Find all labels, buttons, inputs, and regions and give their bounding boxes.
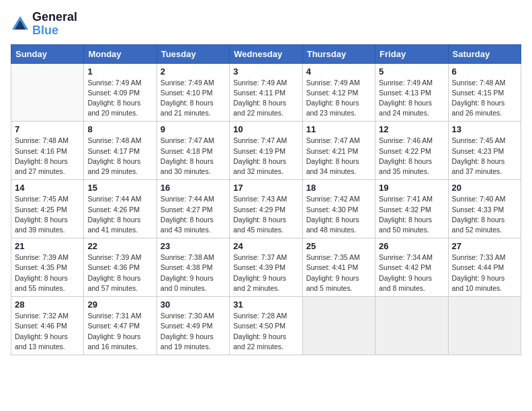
day-number: 6 — [452, 66, 517, 77]
weekday-header: Sunday — [11, 44, 84, 63]
day-info: Sunrise: 7:49 AM Sunset: 4:10 PM Dayligh… — [161, 78, 226, 119]
calendar-cell: 12Sunrise: 7:46 AM Sunset: 4:22 PM Dayli… — [375, 122, 448, 180]
weekday-header: Monday — [84, 44, 157, 63]
day-number: 21 — [15, 241, 80, 251]
calendar-cell: 23Sunrise: 7:38 AM Sunset: 4:38 PM Dayli… — [157, 238, 229, 297]
logo-text: General Blue — [32, 11, 77, 38]
calendar-cell: 19Sunrise: 7:41 AM Sunset: 4:32 PM Dayli… — [375, 180, 448, 238]
calendar-cell — [11, 63, 84, 122]
day-number: 18 — [306, 183, 371, 193]
day-number: 7 — [15, 124, 80, 134]
day-info: Sunrise: 7:44 AM Sunset: 4:26 PM Dayligh… — [87, 194, 152, 235]
day-info: Sunrise: 7:47 AM Sunset: 4:18 PM Dayligh… — [161, 136, 226, 177]
calendar-cell: 14Sunrise: 7:45 AM Sunset: 4:25 PM Dayli… — [11, 180, 84, 238]
calendar-cell: 26Sunrise: 7:34 AM Sunset: 4:42 PM Dayli… — [375, 238, 448, 297]
weekday-header: Tuesday — [157, 44, 229, 63]
calendar-table: SundayMondayTuesdayWednesdayThursdayFrid… — [11, 44, 521, 355]
day-info: Sunrise: 7:49 AM Sunset: 4:12 PM Dayligh… — [306, 78, 371, 119]
calendar-cell: 3Sunrise: 7:49 AM Sunset: 4:11 PM Daylig… — [230, 63, 302, 122]
day-number: 5 — [379, 66, 444, 77]
day-number: 14 — [15, 183, 80, 193]
day-number: 24 — [233, 241, 298, 251]
day-info: Sunrise: 7:28 AM Sunset: 4:50 PM Dayligh… — [233, 311, 298, 352]
logo-icon — [11, 15, 30, 34]
calendar-cell: 9Sunrise: 7:47 AM Sunset: 4:18 PM Daylig… — [157, 122, 229, 180]
calendar-cell: 8Sunrise: 7:48 AM Sunset: 4:17 PM Daylig… — [84, 122, 157, 180]
day-number: 25 — [306, 241, 371, 251]
day-number: 26 — [379, 241, 444, 251]
weekday-header: Saturday — [448, 44, 521, 63]
day-info: Sunrise: 7:37 AM Sunset: 4:39 PM Dayligh… — [233, 253, 298, 293]
calendar-cell: 27Sunrise: 7:33 AM Sunset: 4:44 PM Dayli… — [448, 238, 521, 297]
day-number: 27 — [452, 241, 517, 251]
calendar-cell: 30Sunrise: 7:30 AM Sunset: 4:49 PM Dayli… — [157, 297, 229, 355]
day-info: Sunrise: 7:32 AM Sunset: 4:46 PM Dayligh… — [15, 311, 80, 352]
calendar-header-row: SundayMondayTuesdayWednesdayThursdayFrid… — [11, 44, 521, 63]
day-number: 28 — [15, 300, 80, 310]
calendar-cell — [375, 297, 448, 355]
day-info: Sunrise: 7:39 AM Sunset: 4:35 PM Dayligh… — [15, 253, 80, 293]
day-info: Sunrise: 7:46 AM Sunset: 4:22 PM Dayligh… — [379, 136, 444, 177]
calendar-cell: 20Sunrise: 7:40 AM Sunset: 4:33 PM Dayli… — [448, 180, 521, 238]
day-number: 1 — [87, 66, 152, 77]
calendar-week-row: 7Sunrise: 7:48 AM Sunset: 4:16 PM Daylig… — [11, 122, 521, 180]
calendar-cell: 28Sunrise: 7:32 AM Sunset: 4:46 PM Dayli… — [11, 297, 84, 355]
day-info: Sunrise: 7:44 AM Sunset: 4:27 PM Dayligh… — [161, 194, 226, 235]
day-info: Sunrise: 7:45 AM Sunset: 4:23 PM Dayligh… — [452, 136, 517, 177]
day-info: Sunrise: 7:34 AM Sunset: 4:42 PM Dayligh… — [379, 253, 444, 293]
calendar-cell: 29Sunrise: 7:31 AM Sunset: 4:47 PM Dayli… — [84, 297, 157, 355]
day-number: 15 — [87, 183, 152, 193]
calendar-cell: 5Sunrise: 7:49 AM Sunset: 4:13 PM Daylig… — [375, 63, 448, 122]
day-info: Sunrise: 7:48 AM Sunset: 4:15 PM Dayligh… — [452, 78, 517, 119]
calendar-cell: 31Sunrise: 7:28 AM Sunset: 4:50 PM Dayli… — [230, 297, 302, 355]
day-info: Sunrise: 7:48 AM Sunset: 4:17 PM Dayligh… — [87, 136, 152, 177]
day-info: Sunrise: 7:49 AM Sunset: 4:09 PM Dayligh… — [87, 78, 152, 119]
calendar-week-row: 1Sunrise: 7:49 AM Sunset: 4:09 PM Daylig… — [11, 63, 521, 122]
day-info: Sunrise: 7:48 AM Sunset: 4:16 PM Dayligh… — [15, 136, 80, 177]
day-number: 19 — [379, 183, 444, 193]
calendar-cell: 21Sunrise: 7:39 AM Sunset: 4:35 PM Dayli… — [11, 238, 84, 297]
day-info: Sunrise: 7:43 AM Sunset: 4:29 PM Dayligh… — [233, 194, 298, 235]
calendar-cell: 17Sunrise: 7:43 AM Sunset: 4:29 PM Dayli… — [230, 180, 302, 238]
day-number: 2 — [161, 66, 226, 77]
page-header: General Blue — [11, 11, 521, 38]
day-info: Sunrise: 7:30 AM Sunset: 4:49 PM Dayligh… — [161, 311, 226, 352]
day-number: 30 — [161, 300, 226, 310]
day-info: Sunrise: 7:49 AM Sunset: 4:11 PM Dayligh… — [233, 78, 298, 119]
weekday-header: Thursday — [302, 44, 375, 63]
day-number: 17 — [233, 183, 298, 193]
day-number: 9 — [161, 124, 226, 134]
calendar-cell: 16Sunrise: 7:44 AM Sunset: 4:27 PM Dayli… — [157, 180, 229, 238]
day-info: Sunrise: 7:33 AM Sunset: 4:44 PM Dayligh… — [452, 253, 517, 293]
day-number: 11 — [306, 124, 371, 134]
day-number: 22 — [87, 241, 152, 251]
calendar-cell: 25Sunrise: 7:35 AM Sunset: 4:41 PM Dayli… — [302, 238, 375, 297]
day-number: 13 — [452, 124, 517, 134]
calendar-cell: 10Sunrise: 7:47 AM Sunset: 4:19 PM Dayli… — [230, 122, 302, 180]
day-info: Sunrise: 7:41 AM Sunset: 4:32 PM Dayligh… — [379, 194, 444, 235]
calendar-cell: 15Sunrise: 7:44 AM Sunset: 4:26 PM Dayli… — [84, 180, 157, 238]
weekday-header: Wednesday — [230, 44, 302, 63]
calendar-cell: 11Sunrise: 7:47 AM Sunset: 4:21 PM Dayli… — [302, 122, 375, 180]
day-number: 8 — [87, 124, 152, 134]
calendar-cell: 2Sunrise: 7:49 AM Sunset: 4:10 PM Daylig… — [157, 63, 229, 122]
logo: General Blue — [11, 11, 77, 38]
calendar-cell: 22Sunrise: 7:39 AM Sunset: 4:36 PM Dayli… — [84, 238, 157, 297]
day-info: Sunrise: 7:35 AM Sunset: 4:41 PM Dayligh… — [306, 253, 371, 293]
calendar-body: 1Sunrise: 7:49 AM Sunset: 4:09 PM Daylig… — [11, 63, 521, 355]
day-number: 3 — [233, 66, 298, 77]
calendar-cell: 18Sunrise: 7:42 AM Sunset: 4:30 PM Dayli… — [302, 180, 375, 238]
day-number: 10 — [233, 124, 298, 134]
calendar-cell: 13Sunrise: 7:45 AM Sunset: 4:23 PM Dayli… — [448, 122, 521, 180]
day-number: 29 — [87, 300, 152, 310]
day-number: 23 — [161, 241, 226, 251]
calendar-week-row: 28Sunrise: 7:32 AM Sunset: 4:46 PM Dayli… — [11, 297, 521, 355]
calendar-cell: 6Sunrise: 7:48 AM Sunset: 4:15 PM Daylig… — [448, 63, 521, 122]
calendar-cell: 4Sunrise: 7:49 AM Sunset: 4:12 PM Daylig… — [302, 63, 375, 122]
day-info: Sunrise: 7:47 AM Sunset: 4:21 PM Dayligh… — [306, 136, 371, 177]
calendar-cell: 7Sunrise: 7:48 AM Sunset: 4:16 PM Daylig… — [11, 122, 84, 180]
calendar-cell — [448, 297, 521, 355]
calendar-cell: 1Sunrise: 7:49 AM Sunset: 4:09 PM Daylig… — [84, 63, 157, 122]
day-info: Sunrise: 7:42 AM Sunset: 4:30 PM Dayligh… — [306, 194, 371, 235]
day-info: Sunrise: 7:49 AM Sunset: 4:13 PM Dayligh… — [379, 78, 444, 119]
